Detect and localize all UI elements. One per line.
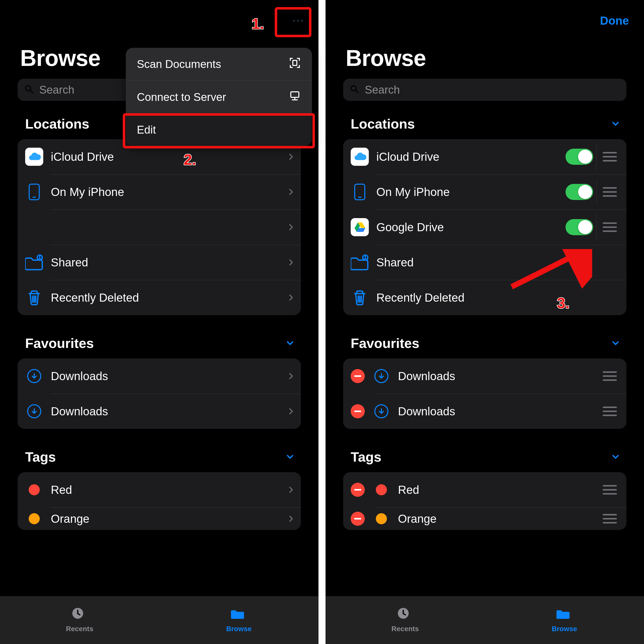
menu-connect-to-server[interactable]: Connect to Server [126, 81, 312, 113]
favourites-header[interactable]: Favourites [0, 335, 318, 358]
location-recently-deleted[interactable]: Recently Deleted [18, 280, 301, 315]
shared-folder-icon [351, 253, 369, 271]
reorder-handle-icon[interactable] [601, 222, 619, 232]
section-title: Tags [351, 449, 381, 465]
menu-label: Edit [137, 124, 156, 136]
tag-orange[interactable]: Orange [18, 507, 301, 530]
reorder-handle-icon[interactable] [601, 407, 619, 416]
location-recently-deleted[interactable]: Recently Deleted [343, 280, 626, 315]
tag-dot-icon [372, 481, 390, 499]
row-label: Orange [398, 512, 593, 526]
reorder-handle-icon[interactable] [601, 485, 619, 495]
row-label: Red [51, 483, 289, 497]
search-input[interactable] [365, 84, 619, 96]
menu-label: Scan Documents [137, 58, 221, 70]
downloads-icon [372, 402, 390, 420]
folder-icon [231, 607, 247, 623]
favourites-header[interactable]: Favourites [326, 335, 644, 358]
tab-browse[interactable]: Browse [485, 596, 644, 644]
screenshot-divider [318, 0, 326, 644]
tags-list: Red Orange [343, 472, 626, 530]
tags-header[interactable]: Tags [0, 449, 318, 472]
location-blank[interactable] [18, 210, 301, 245]
location-google-drive[interactable]: Google Drive [343, 210, 626, 245]
remove-button[interactable] [351, 404, 365, 418]
section-title: Favourites [351, 335, 419, 351]
nav-bar: Done [326, 0, 644, 43]
tags-header[interactable]: Tags [326, 449, 644, 472]
tab-label: Browse [552, 625, 577, 633]
row-label: iCloud Drive [51, 150, 289, 164]
search-icon [350, 85, 360, 95]
more-menu: Scan Documents Connect to Server Edit [126, 48, 312, 146]
remove-button[interactable] [351, 483, 365, 497]
remove-button[interactable] [351, 369, 365, 383]
section-title: Tags [25, 449, 56, 465]
tab-label: Recents [66, 625, 93, 633]
section-title: Favourites [25, 335, 94, 351]
chevron-right-icon [289, 487, 293, 493]
downloads-icon [25, 402, 43, 420]
search-field[interactable] [343, 79, 626, 101]
done-button[interactable]: Done [600, 14, 629, 27]
row-label: Google Drive [376, 220, 563, 234]
shared-folder-icon [25, 253, 43, 271]
clock-icon [397, 607, 413, 623]
menu-edit[interactable]: Edit [126, 113, 312, 146]
downloads-icon [25, 367, 43, 385]
trash-icon [25, 289, 43, 307]
row-label: Shared [51, 256, 289, 269]
locations-list: iCloud Drive On My iPhone Google Drive S… [343, 139, 626, 315]
toggle-switch[interactable] [566, 184, 593, 200]
favourite-downloads[interactable]: Downloads [343, 358, 626, 394]
nav-bar [0, 0, 318, 43]
chevron-right-icon [289, 516, 293, 522]
locations-header[interactable]: Locations [326, 116, 644, 139]
toggle-switch[interactable] [566, 219, 593, 235]
chevron-down-icon [287, 340, 293, 346]
row-label: Recently Deleted [51, 291, 289, 304]
row-label: On My iPhone [51, 185, 289, 199]
more-button[interactable] [287, 10, 308, 31]
chevron-down-icon [612, 454, 619, 460]
location-icloud[interactable]: iCloud Drive [343, 139, 626, 174]
favourite-downloads[interactable]: Downloads [18, 394, 301, 429]
tab-browse[interactable]: Browse [159, 596, 318, 644]
row-label: iCloud Drive [376, 150, 563, 164]
tab-recents[interactable]: Recents [326, 596, 485, 644]
location-shared[interactable]: Shared [18, 245, 301, 280]
chevron-down-icon [612, 121, 619, 127]
chevron-right-icon [289, 373, 293, 379]
menu-scan-documents[interactable]: Scan Documents [126, 48, 312, 81]
screenshot-right: Done Browse Locations iCloud Drive On My… [326, 0, 644, 644]
location-shared[interactable]: Shared [343, 245, 626, 280]
server-icon [289, 90, 301, 104]
tag-red[interactable]: Red [18, 472, 301, 507]
tag-red[interactable]: Red [343, 472, 626, 507]
favourites-list: Downloads Downloads [18, 358, 301, 429]
favourites-list: Downloads Downloads [343, 358, 626, 429]
location-on-my-iphone[interactable]: On My iPhone [18, 174, 301, 210]
row-label: Red [398, 483, 593, 497]
chevron-right-icon [289, 408, 293, 414]
favourite-downloads[interactable]: Downloads [343, 394, 626, 429]
tab-recents[interactable]: Recents [0, 596, 159, 644]
remove-button[interactable] [351, 512, 365, 526]
reorder-handle-icon[interactable] [601, 371, 619, 381]
row-label: Downloads [398, 405, 593, 418]
tag-orange[interactable]: Orange [343, 507, 626, 530]
chevron-right-icon [289, 154, 293, 160]
toggle-switch[interactable] [566, 149, 593, 165]
scan-icon [289, 57, 301, 71]
location-on-my-iphone[interactable]: On My iPhone [343, 174, 626, 210]
tag-dot-icon [25, 481, 43, 499]
google-drive-icon [351, 218, 369, 236]
reorder-handle-icon[interactable] [601, 152, 619, 162]
tab-bar: Recents Browse [326, 596, 644, 644]
row-label: Downloads [398, 369, 593, 383]
favourite-downloads[interactable]: Downloads [18, 358, 301, 394]
row-label: On My iPhone [376, 185, 563, 199]
folder-icon [556, 607, 573, 623]
reorder-handle-icon[interactable] [601, 187, 619, 197]
reorder-handle-icon[interactable] [601, 514, 619, 524]
